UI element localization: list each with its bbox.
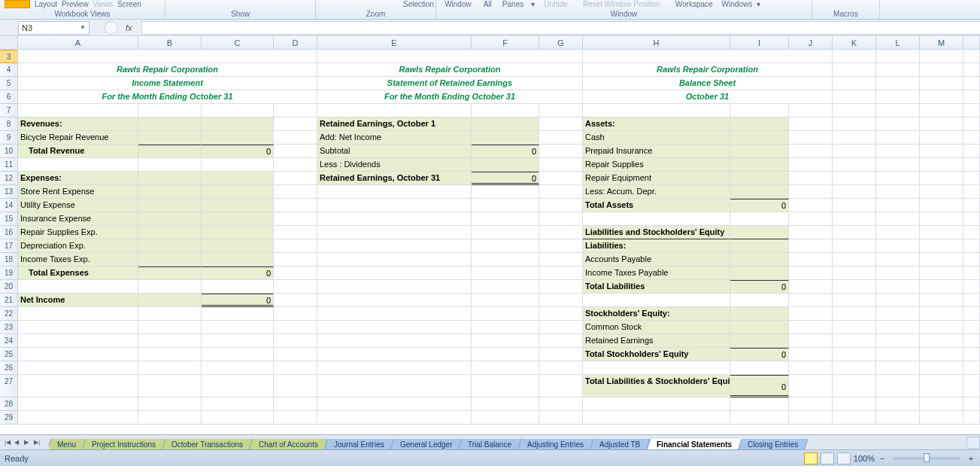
row-header-4[interactable]: 4 [0,63,17,77]
cell-M25[interactable] [920,348,963,361]
cell-C15[interactable] [202,212,274,226]
row-header-13[interactable]: 13 [0,185,17,199]
cell-D11[interactable] [274,158,317,172]
row-header-27[interactable]: 27 [0,375,17,397]
cell-E28[interactable] [317,397,472,411]
cell-A17[interactable]: Depreciation Exp. [18,239,138,253]
cell-L11[interactable] [876,158,920,172]
cell-G21[interactable] [539,294,583,307]
cell-L12[interactable] [876,172,920,185]
cell-B27[interactable] [138,375,202,397]
cell-A14[interactable]: Utility Expense [18,199,138,212]
cell-F11[interactable] [472,158,539,172]
sheet-tabs[interactable]: MenuProject InstructionsOctober Transact… [49,435,966,450]
cell-K21[interactable] [833,294,876,307]
cell-M15[interactable] [920,212,963,226]
cell-J29[interactable] [789,411,833,425]
zoom-slider[interactable] [893,457,960,460]
cell-J23[interactable] [789,321,833,334]
cell-K23[interactable] [833,321,876,334]
cell-G15[interactable] [539,212,583,226]
cell-I24[interactable] [730,334,789,348]
cell-D21[interactable] [274,294,317,307]
cell-M10[interactable] [920,145,963,158]
cell-H19[interactable]: Income Taxes Payable [583,266,730,280]
cell-B19[interactable] [138,266,202,280]
cell-M17[interactable] [920,239,963,253]
cell-H7[interactable] [583,104,730,117]
cell-C16[interactable] [202,226,274,239]
cell-J28[interactable] [789,397,833,411]
cell-C23[interactable] [202,321,274,334]
cell-M13[interactable] [920,185,963,199]
cell-J24[interactable] [789,334,833,348]
view-layout-button[interactable] [821,452,834,464]
cell-B26[interactable] [138,361,202,375]
cell-I20[interactable]: 0 [730,280,789,294]
cell-D8[interactable] [274,117,317,131]
row-header-3[interactable]: 3 [0,50,17,63]
cell-E18[interactable] [317,253,472,266]
cell-E20[interactable] [317,280,472,294]
cell-M21[interactable] [920,294,963,307]
cell-I17[interactable] [730,239,789,253]
cell-B8[interactable] [138,117,202,131]
cell-M27[interactable] [920,375,963,397]
col-header-D[interactable]: D [274,36,317,49]
row-header-23[interactable]: 23 [0,321,17,334]
cell-L21[interactable] [876,294,920,307]
cell-D7[interactable] [274,104,317,117]
cell-I16[interactable] [730,226,789,239]
row-header-26[interactable]: 26 [0,361,17,375]
cell-D18[interactable] [274,253,317,266]
cell-B18[interactable] [138,253,202,266]
cell-H12[interactable]: Repair Equipment [583,172,730,185]
view-pagebreak-button[interactable] [837,452,851,464]
cell-F15[interactable] [472,212,539,226]
cell-I15[interactable] [730,212,789,226]
row-header-6[interactable]: 6 [0,90,17,104]
cell-C10[interactable]: 0 [202,145,274,158]
cell-A25[interactable] [18,348,138,361]
col-header-E[interactable]: E [317,36,472,49]
cell-A5[interactable]: Income Statement [18,77,317,90]
cell-L26[interactable] [876,361,920,375]
cell-J20[interactable] [789,280,833,294]
cell-C8[interactable] [202,117,274,131]
cell-I21[interactable] [730,294,789,307]
cell-E23[interactable] [317,321,472,334]
cell-H27[interactable]: Total Liabilities & Stockholders' Equity [583,375,730,397]
cell-C27[interactable] [202,375,274,397]
chevron-down-icon[interactable]: ▼ [80,24,86,31]
cell-K6[interactable] [833,90,876,104]
cell-K27[interactable] [833,375,876,397]
cell-M12[interactable] [920,172,963,185]
cell-J27[interactable] [789,375,833,397]
cell-M22[interactable] [920,307,963,321]
cell-A20[interactable] [18,280,138,294]
row-header-25[interactable]: 25 [0,348,17,361]
cell-B21[interactable] [138,294,202,307]
row-header-24[interactable]: 24 [0,334,17,348]
fx-label[interactable]: fx [126,23,132,32]
cell-F12[interactable]: 0 [472,172,539,185]
cell-F18[interactable] [472,253,539,266]
name-box[interactable]: N3 ▼ [18,21,90,35]
cell-A28[interactable] [18,397,138,411]
cell-E22[interactable] [317,307,472,321]
row-headers[interactable]: 3456789101112131415161718192021222324252… [0,50,18,425]
cell-I7[interactable] [730,104,789,117]
cell-F17[interactable] [472,239,539,253]
cell-B29[interactable] [138,411,202,425]
cell-K5[interactable] [833,77,876,90]
cell-B9[interactable] [138,131,202,145]
cell-E3[interactable] [317,50,583,63]
cell-E16[interactable] [317,226,472,239]
cell-H13[interactable]: Less: Accum. Depr. [583,185,730,199]
cell-G13[interactable] [539,185,583,199]
zoom-value[interactable]: 100% [854,454,875,463]
cell-L23[interactable] [876,321,920,334]
cell-A19[interactable]: Total Expenses [18,266,138,280]
cell-L14[interactable] [876,199,920,212]
col-header-C[interactable]: C [202,36,274,49]
